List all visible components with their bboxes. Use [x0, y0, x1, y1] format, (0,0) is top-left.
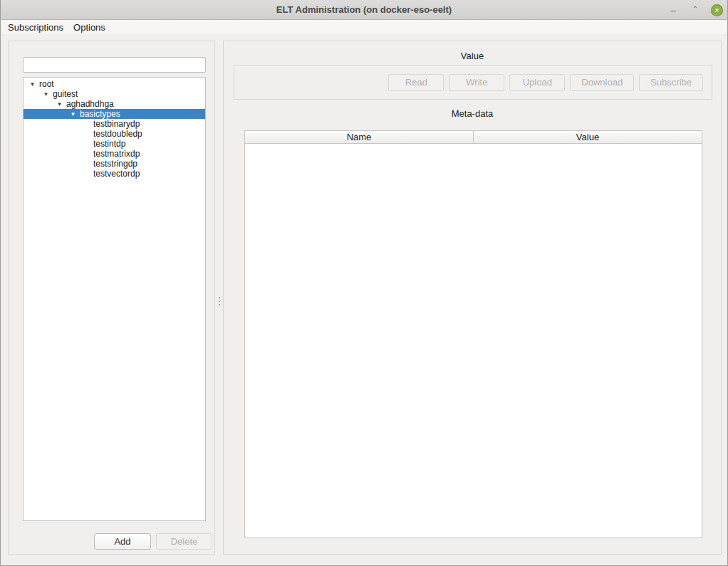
tree-item-root[interactable]: ▾ root: [24, 79, 205, 89]
window-controls: – ˆ ×: [667, 0, 723, 20]
detail-panel: Value Read Write Upload Download Subscri…: [223, 41, 722, 555]
write-button[interactable]: Write: [449, 74, 504, 91]
titlebar: ELT Administration (on docker-eso-eelt) …: [1, 0, 727, 20]
maximize-icon[interactable]: ˆ: [689, 4, 702, 16]
tree-item-label: basictypes: [78, 109, 120, 119]
expander-icon[interactable]: ▾: [68, 109, 78, 119]
tree-item-label: testintdp: [91, 139, 125, 149]
metadata-table: Name Value: [244, 130, 702, 538]
download-button[interactable]: Download: [570, 74, 634, 91]
metadata-table-header: Name Value: [245, 131, 702, 144]
tree-item-teststringdp[interactable]: teststringdp: [24, 159, 205, 169]
column-header-name[interactable]: Name: [245, 131, 474, 143]
tree-item-label: root: [37, 79, 54, 89]
splitter-handle[interactable]: [216, 41, 222, 555]
column-header-value[interactable]: Value: [474, 131, 702, 143]
expander-icon[interactable]: ▾: [55, 99, 64, 109]
close-icon[interactable]: ×: [711, 4, 723, 16]
tree-item-label: teststringdp: [91, 159, 137, 169]
read-button[interactable]: Read: [388, 74, 444, 91]
tree-item-label: testdoubledp: [91, 129, 142, 139]
value-section-title: Value: [224, 51, 721, 61]
tree-panel: ▾ root ▾ guitest ▾ aghadhdhga ▾ basictyp…: [8, 41, 215, 555]
tree-item-testdoubledp[interactable]: testdoubledp: [24, 129, 205, 139]
tree-item-label: testmatrixdp: [91, 149, 140, 159]
menubar: Subscriptions Options: [1, 20, 727, 34]
tree-item-label: testvectordp: [91, 169, 140, 179]
datapoint-tree: ▾ root ▾ guitest ▾ aghadhdhga ▾ basictyp…: [23, 77, 206, 521]
window-title: ELT Administration (on docker-eso-eelt): [276, 4, 452, 15]
filter-input[interactable]: [23, 57, 206, 73]
metadata-table-body: [245, 144, 702, 538]
tree-item-testmatrixdp[interactable]: testmatrixdp: [24, 149, 205, 159]
upload-button[interactable]: Upload: [509, 74, 565, 91]
tree-item-testvectordp[interactable]: testvectordp: [24, 169, 205, 179]
tree-item-aghadhdhga[interactable]: ▾ aghadhdhga: [24, 99, 205, 109]
value-actions-box: Read Write Upload Download Subscribe: [234, 65, 712, 100]
minimize-icon[interactable]: –: [667, 4, 680, 16]
tree-item-testbinarydp[interactable]: testbinarydp: [24, 119, 205, 129]
expander-icon[interactable]: ▾: [28, 79, 37, 89]
menu-options[interactable]: Options: [68, 21, 110, 34]
tree-item-basictypes[interactable]: ▾ basictypes: [24, 109, 205, 119]
tree-item-guitest[interactable]: ▾ guitest: [24, 89, 205, 99]
tree-item-testintdp[interactable]: testintdp: [24, 139, 205, 149]
delete-button[interactable]: Delete: [156, 533, 212, 550]
metadata-section-title: Meta-data: [224, 108, 721, 119]
expander-icon[interactable]: ▾: [41, 89, 51, 99]
tree-item-label: aghadhdhga: [64, 99, 114, 109]
subscribe-button[interactable]: Subscribe: [639, 74, 703, 91]
app-window: ELT Administration (on docker-eso-eelt) …: [0, 0, 728, 566]
tree-item-label: testbinarydp: [91, 119, 140, 129]
menu-subscriptions[interactable]: Subscriptions: [3, 21, 68, 34]
tree-item-label: guitest: [51, 89, 78, 99]
add-button[interactable]: Add: [94, 533, 151, 550]
